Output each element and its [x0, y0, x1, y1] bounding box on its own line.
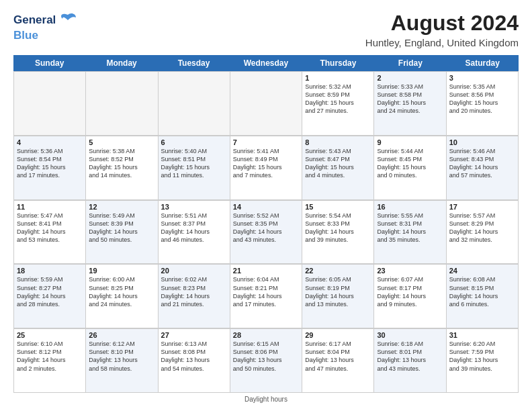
calendar-cell-6: 6Sunrise: 5:40 AM Sunset: 8:51 PM Daylig…	[159, 136, 230, 200]
cell-info: Sunrise: 6:15 AM Sunset: 8:06 PM Dayligh…	[233, 340, 299, 373]
cell-info: Sunrise: 5:59 AM Sunset: 8:27 PM Dayligh…	[17, 275, 83, 308]
day-number: 5	[89, 138, 154, 146]
day-number: 16	[377, 203, 443, 211]
cell-info: Sunrise: 5:35 AM Sunset: 8:56 PM Dayligh…	[449, 83, 515, 116]
cell-info: Sunrise: 6:13 AM Sunset: 8:08 PM Dayligh…	[161, 340, 227, 373]
calendar-cell-22: 22Sunrise: 6:05 AM Sunset: 8:19 PM Dayli…	[302, 265, 374, 328]
day-number: 6	[161, 138, 227, 146]
day-number: 22	[305, 267, 371, 275]
day-number: 31	[449, 331, 515, 339]
cell-info: Sunrise: 5:46 AM Sunset: 8:43 PM Dayligh…	[449, 147, 515, 180]
calendar-row-4: 18Sunrise: 5:59 AM Sunset: 8:27 PM Dayli…	[13, 264, 519, 328]
calendar-cell-empty	[14, 72, 86, 136]
calendar-cell-empty	[230, 72, 302, 136]
day-number: 27	[161, 331, 227, 339]
cell-info: Sunrise: 5:44 AM Sunset: 8:45 PM Dayligh…	[377, 147, 443, 180]
calendar-cell-29: 29Sunrise: 6:17 AM Sunset: 8:04 PM Dayli…	[302, 329, 374, 393]
day-number: 26	[89, 331, 154, 339]
cell-info: Sunrise: 6:02 AM Sunset: 8:23 PM Dayligh…	[161, 275, 227, 308]
calendar-cell-11: 11Sunrise: 5:47 AM Sunset: 8:41 PM Dayli…	[14, 201, 86, 265]
cell-info: Sunrise: 6:00 AM Sunset: 8:25 PM Dayligh…	[89, 275, 154, 308]
cell-info: Sunrise: 6:20 AM Sunset: 7:59 PM Dayligh…	[449, 340, 515, 373]
cell-info: Sunrise: 6:10 AM Sunset: 8:12 PM Dayligh…	[17, 340, 83, 373]
calendar-cell-8: 8Sunrise: 5:43 AM Sunset: 8:47 PM Daylig…	[302, 136, 374, 200]
calendar-cell-21: 21Sunrise: 6:04 AM Sunset: 8:21 PM Dayli…	[230, 265, 302, 328]
day-number: 4	[17, 138, 83, 146]
calendar-body: 1Sunrise: 5:32 AM Sunset: 8:59 PM Daylig…	[13, 71, 519, 393]
day-number: 9	[377, 138, 443, 146]
calendar-header: SundayMondayTuesdayWednesdayThursdayFrid…	[13, 55, 519, 71]
cell-info: Sunrise: 5:51 AM Sunset: 8:37 PM Dayligh…	[161, 212, 227, 244]
weekday-header-saturday: Saturday	[447, 55, 519, 71]
day-number: 13	[161, 203, 227, 211]
cell-info: Sunrise: 6:18 AM Sunset: 8:01 PM Dayligh…	[377, 340, 443, 373]
calendar-row-3: 11Sunrise: 5:47 AM Sunset: 8:41 PM Dayli…	[13, 200, 519, 265]
footer-note: Daylight hours	[13, 396, 519, 403]
cell-info: Sunrise: 6:12 AM Sunset: 8:10 PM Dayligh…	[89, 340, 154, 373]
calendar-cell-empty	[159, 72, 230, 136]
cell-info: Sunrise: 6:04 AM Sunset: 8:21 PM Dayligh…	[233, 275, 299, 308]
day-number: 28	[233, 331, 299, 339]
day-number: 21	[233, 267, 299, 275]
cell-info: Sunrise: 5:52 AM Sunset: 8:35 PM Dayligh…	[233, 212, 299, 244]
calendar-cell-27: 27Sunrise: 6:13 AM Sunset: 8:08 PM Dayli…	[159, 329, 230, 393]
calendar-cell-3: 3Sunrise: 5:35 AM Sunset: 8:56 PM Daylig…	[447, 72, 519, 136]
title-area: August 2024 Huntley, England, United Kin…	[365, 11, 519, 48]
calendar-cell-7: 7Sunrise: 5:41 AM Sunset: 8:49 PM Daylig…	[230, 136, 302, 200]
day-number: 15	[305, 203, 371, 211]
day-number: 30	[377, 331, 443, 339]
day-number: 14	[233, 203, 299, 211]
weekday-header-sunday: Sunday	[13, 55, 85, 71]
calendar-cell-18: 18Sunrise: 5:59 AM Sunset: 8:27 PM Dayli…	[14, 265, 86, 328]
weekday-header-wednesday: Wednesday	[230, 55, 302, 71]
calendar-cell-empty	[86, 72, 158, 136]
calendar-cell-9: 9Sunrise: 5:44 AM Sunset: 8:45 PM Daylig…	[374, 136, 446, 200]
logo-text-blue: Blue	[13, 30, 77, 42]
cell-info: Sunrise: 5:32 AM Sunset: 8:59 PM Dayligh…	[305, 83, 371, 116]
weekday-header-thursday: Thursday	[302, 55, 374, 71]
cell-info: Sunrise: 5:57 AM Sunset: 8:29 PM Dayligh…	[449, 212, 515, 244]
calendar-cell-10: 10Sunrise: 5:46 AM Sunset: 8:43 PM Dayli…	[447, 136, 519, 200]
day-number: 3	[449, 74, 515, 82]
calendar-cell-5: 5Sunrise: 5:38 AM Sunset: 8:52 PM Daylig…	[86, 136, 158, 200]
logo-text-general: General	[13, 14, 56, 27]
calendar-cell-28: 28Sunrise: 6:15 AM Sunset: 8:06 PM Dayli…	[230, 329, 302, 393]
calendar-cell-23: 23Sunrise: 6:07 AM Sunset: 8:17 PM Dayli…	[374, 265, 446, 328]
calendar-cell-14: 14Sunrise: 5:52 AM Sunset: 8:35 PM Dayli…	[230, 201, 302, 265]
logo: General Blue	[13, 11, 77, 42]
cell-info: Sunrise: 6:07 AM Sunset: 8:17 PM Dayligh…	[377, 275, 443, 308]
cell-info: Sunrise: 5:33 AM Sunset: 8:58 PM Dayligh…	[377, 83, 443, 116]
location: Huntley, England, United Kingdom	[365, 37, 519, 48]
calendar-cell-13: 13Sunrise: 5:51 AM Sunset: 8:37 PM Dayli…	[159, 201, 230, 265]
day-number: 25	[17, 331, 83, 339]
day-number: 11	[17, 203, 83, 211]
calendar-cell-30: 30Sunrise: 6:18 AM Sunset: 8:01 PM Dayli…	[374, 329, 446, 393]
day-number: 17	[449, 203, 515, 211]
cell-info: Sunrise: 6:08 AM Sunset: 8:15 PM Dayligh…	[449, 275, 515, 308]
calendar-cell-12: 12Sunrise: 5:49 AM Sunset: 8:39 PM Dayli…	[86, 201, 158, 265]
day-number: 10	[449, 138, 515, 146]
calendar-row-1: 1Sunrise: 5:32 AM Sunset: 8:59 PM Daylig…	[13, 71, 519, 136]
logo-bird-icon	[58, 11, 77, 30]
cell-info: Sunrise: 6:17 AM Sunset: 8:04 PM Dayligh…	[305, 340, 371, 373]
calendar-cell-16: 16Sunrise: 5:55 AM Sunset: 8:31 PM Dayli…	[374, 201, 446, 265]
calendar-cell-1: 1Sunrise: 5:32 AM Sunset: 8:59 PM Daylig…	[302, 72, 374, 136]
cell-info: Sunrise: 5:41 AM Sunset: 8:49 PM Dayligh…	[233, 147, 299, 180]
day-number: 23	[377, 267, 443, 275]
cell-info: Sunrise: 5:47 AM Sunset: 8:41 PM Dayligh…	[17, 212, 83, 244]
cell-info: Sunrise: 5:54 AM Sunset: 8:33 PM Dayligh…	[305, 212, 371, 244]
day-number: 7	[233, 138, 299, 146]
day-number: 29	[305, 331, 371, 339]
weekday-header-friday: Friday	[374, 55, 446, 71]
month-title: August 2024	[365, 11, 519, 36]
page-header: General Blue August 2024 Huntley, Englan…	[13, 11, 519, 48]
calendar-cell-19: 19Sunrise: 6:00 AM Sunset: 8:25 PM Dayli…	[86, 265, 158, 328]
day-number: 8	[305, 138, 371, 146]
calendar-cell-25: 25Sunrise: 6:10 AM Sunset: 8:12 PM Dayli…	[14, 329, 86, 393]
day-number: 20	[161, 267, 227, 275]
weekday-header-tuesday: Tuesday	[158, 55, 230, 71]
weekday-header-monday: Monday	[85, 55, 157, 71]
day-number: 2	[377, 74, 443, 82]
day-number: 18	[17, 267, 83, 275]
day-number: 24	[449, 267, 515, 275]
